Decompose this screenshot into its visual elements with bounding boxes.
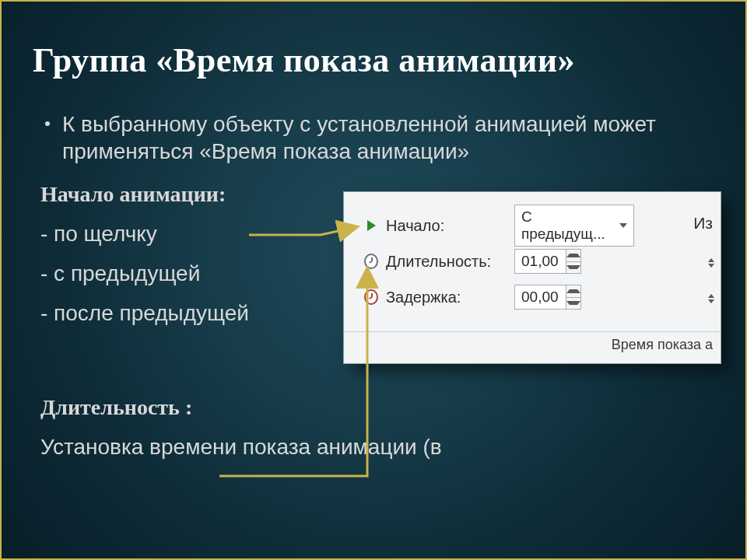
duration-description: Установка времени показа анимации (в	[40, 433, 710, 460]
panel-cropped-label: Из	[693, 214, 713, 233]
delay-down-button[interactable]	[566, 297, 580, 310]
row-duration: Длительность: 01,00	[364, 243, 714, 279]
start-value: С предыдущ...	[521, 208, 619, 243]
section-duration-heading: Длительность :	[40, 394, 710, 421]
duration-up-button[interactable]	[566, 250, 580, 261]
duration-spinner[interactable]: 01,00	[514, 249, 581, 274]
duration-label: Длительность:	[386, 253, 507, 271]
timing-panel: Из Начало: С предыдущ... Длительность: 0…	[344, 192, 721, 363]
delay-value: 00,00	[521, 289, 559, 305]
chevron-down-icon	[619, 223, 627, 228]
start-label: Начало:	[386, 217, 507, 235]
duration-down-button[interactable]	[566, 261, 580, 274]
chevron-up-icon	[566, 254, 580, 257]
slide-title: Группа «Время показа анимации»	[33, 40, 575, 80]
clock-icon	[364, 254, 378, 268]
delay-spinner[interactable]: 00,00	[514, 285, 581, 310]
chevron-down-icon	[566, 265, 580, 269]
panel-caption: Время показа а	[344, 331, 721, 363]
cropped-spinners	[702, 245, 721, 317]
duration-value: 01,00	[521, 253, 559, 269]
chevron-down-icon	[566, 301, 580, 305]
start-dropdown[interactable]: С предыдущ...	[514, 205, 634, 247]
intro-bullet: К выбранному объекту с установленной ани…	[40, 110, 710, 165]
play-icon	[364, 219, 378, 233]
clock-red-icon	[364, 290, 378, 304]
row-start: Начало: С предыдущ...	[364, 208, 714, 243]
slide: Группа «Время показа анимации» К выбранн…	[0, 0, 747, 560]
chevron-up-icon	[566, 289, 580, 293]
delay-up-button[interactable]	[566, 285, 580, 297]
delay-label: Задержка:	[386, 289, 507, 306]
row-delay: Задержка: 00,00	[364, 279, 714, 315]
